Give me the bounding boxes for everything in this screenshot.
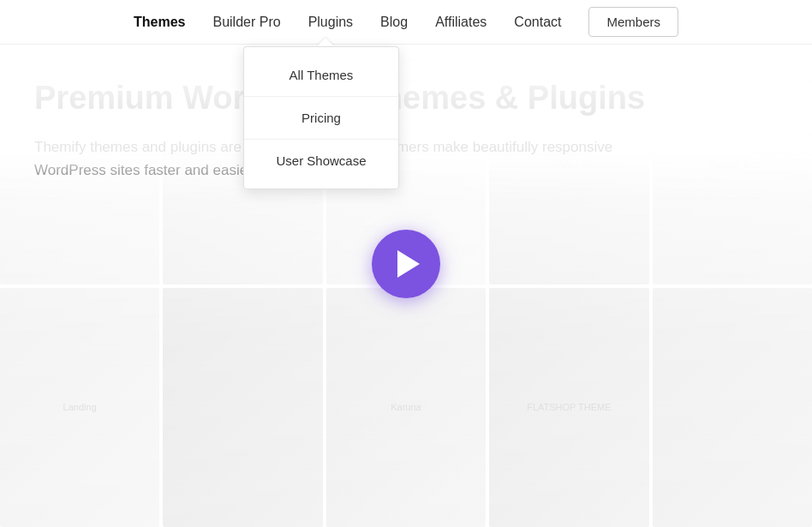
members-button[interactable]: Members xyxy=(588,7,678,37)
dropdown-arrow xyxy=(317,38,334,46)
dropdown-menu: All Themes Pricing User Showcase xyxy=(243,46,399,189)
main-nav: Themes Builder Pro Plugins Blog Affiliat… xyxy=(0,0,812,45)
dropdown-item-user-showcase[interactable]: User Showcase xyxy=(244,140,398,182)
nav-item-builder-pro[interactable]: Builder Pro xyxy=(212,11,280,33)
dropdown-item-all-themes[interactable]: All Themes xyxy=(244,54,398,97)
dropdown-item-pricing[interactable]: Pricing xyxy=(244,97,398,140)
nav-item-themes[interactable]: Themes xyxy=(134,11,185,33)
nav-item-affiliates[interactable]: Affiliates xyxy=(435,11,487,33)
nav-item-contact[interactable]: Contact xyxy=(514,11,561,33)
play-button[interactable] xyxy=(372,230,440,298)
nav-item-blog[interactable]: Blog xyxy=(380,11,408,33)
themes-dropdown: All Themes Pricing User Showcase xyxy=(243,38,399,189)
nav-item-plugins[interactable]: Plugins xyxy=(308,11,353,33)
hero-overlay xyxy=(0,45,812,199)
